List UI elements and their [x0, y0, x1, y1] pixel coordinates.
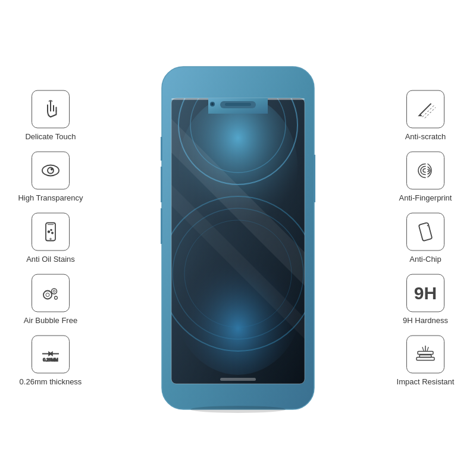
anti-scratch-icon-box: [406, 90, 444, 129]
svg-point-6: [48, 231, 50, 233]
9h-text: 9H: [414, 283, 437, 303]
anti-fingerprint-label: Anti-Fingerprint: [399, 193, 452, 202]
svg-point-8: [52, 232, 53, 233]
feature-anti-oil-stains: Anti Oil Stains: [6, 213, 95, 264]
scratch-icon: [414, 98, 437, 121]
thickness-icon-box: 0.26MM: [32, 336, 70, 374]
svg-line-53: [422, 347, 424, 351]
feature-anti-chip: Anti-Chip: [381, 213, 470, 264]
high-transparency-label: High Transparency: [18, 193, 83, 202]
svg-point-0: [42, 165, 59, 176]
svg-rect-22: [161, 167, 162, 202]
svg-point-41: [211, 103, 214, 105]
svg-point-7: [51, 230, 52, 231]
high-transparency-icon-box: [32, 152, 70, 190]
delicate-touch-label: Delicate Touch: [25, 132, 76, 141]
9h-hardness-icon-box: 9H: [406, 274, 444, 312]
impact-icon: [414, 343, 437, 366]
svg-rect-42: [220, 378, 256, 381]
air-bubble-free-label: Air Bubble Free: [24, 316, 77, 325]
phone-mockup-center: [155, 36, 321, 440]
svg-marker-17: [50, 352, 52, 356]
svg-point-9: [43, 291, 52, 299]
svg-rect-48: [419, 223, 433, 241]
svg-point-13: [55, 296, 58, 299]
feature-anti-scratch: Anti-scratch: [381, 90, 470, 141]
svg-point-10: [46, 293, 49, 297]
main-container: Delicate Touch High Transparency: [0, 0, 476, 476]
svg-point-1: [48, 168, 54, 174]
9h-hardness-label: 9H Hardness: [403, 316, 448, 325]
svg-rect-35: [171, 98, 305, 384]
anti-chip-icon-box: [406, 213, 444, 251]
air-bubble-free-icon-box: [32, 274, 70, 312]
delicate-touch-icon-box: [32, 90, 70, 129]
impact-resistant-icon-box: [406, 336, 444, 374]
thickness-label: 0.26mm thickness: [20, 377, 82, 386]
svg-marker-45: [419, 115, 421, 116]
bubbles-icon: [39, 282, 62, 305]
eye-icon: [39, 159, 62, 182]
feature-delicate-touch: Delicate Touch: [6, 90, 95, 141]
svg-rect-49: [418, 352, 433, 355]
svg-point-5: [50, 238, 51, 239]
anti-fingerprint-icon-box: [406, 152, 444, 190]
anti-scratch-label: Anti-scratch: [405, 132, 446, 141]
svg-rect-23: [161, 208, 162, 244]
phone-chip-icon: [414, 221, 437, 243]
phone-stains-icon: [39, 221, 62, 243]
svg-rect-39: [225, 103, 251, 106]
svg-rect-21: [161, 137, 162, 161]
feature-high-transparency: High Transparency: [6, 152, 95, 202]
svg-line-44: [420, 104, 431, 115]
features-left: Delicate Touch High Transparency: [6, 90, 95, 386]
feature-9h-hardness: 9H 9H Hardness: [381, 274, 470, 325]
anti-chip-label: Anti-Chip: [409, 255, 441, 264]
svg-rect-24: [314, 155, 315, 202]
features-right: Anti-scratch Anti-Fingerprint: [381, 90, 470, 386]
feature-anti-fingerprint: Anti-Fingerprint: [381, 152, 470, 202]
svg-point-43: [190, 406, 286, 413]
feature-impact-resistant: Impact Resistant: [381, 336, 470, 386]
anti-oil-stains-icon-box: [32, 213, 70, 251]
svg-point-11: [52, 289, 57, 294]
anti-oil-stains-label: Anti Oil Stains: [26, 255, 75, 264]
impact-resistant-label: Impact Resistant: [397, 377, 455, 386]
feature-air-bubble-free: Air Bubble Free: [6, 274, 95, 325]
svg-rect-51: [416, 358, 434, 361]
svg-line-54: [427, 347, 428, 351]
fingerprint-icon: [414, 159, 437, 182]
phone-svg: [161, 42, 315, 434]
hand-pointer-icon: [39, 98, 62, 121]
svg-point-12: [53, 290, 55, 293]
thickness-icon: 0.26MM: [39, 343, 62, 366]
feature-thickness: 0.26MM 0.26mm thickness: [6, 336, 95, 386]
svg-text:0.26MM: 0.26MM: [43, 358, 58, 362]
svg-point-2: [51, 168, 52, 170]
